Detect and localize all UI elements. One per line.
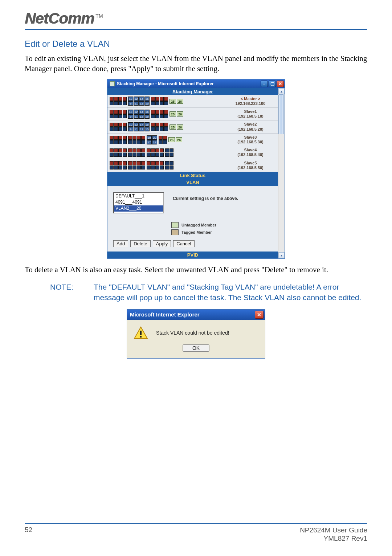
port-indicator[interactable] xyxy=(118,148,122,152)
port-indicator[interactable] xyxy=(128,140,132,144)
port-indicator[interactable] xyxy=(163,136,167,140)
port-indicator[interactable] xyxy=(160,114,164,118)
port-indicator[interactable] xyxy=(118,127,122,131)
port-indicator[interactable] xyxy=(137,153,141,157)
vlan-option[interactable]: VLAN2___20 xyxy=(114,205,163,212)
link-status-band[interactable]: Link Status xyxy=(107,172,278,179)
port-indicator[interactable] xyxy=(163,140,167,144)
tag-port[interactable]: 25 xyxy=(168,137,175,142)
tag-port[interactable]: 25 xyxy=(170,124,176,130)
port-indicator[interactable] xyxy=(114,114,118,118)
port-indicator[interactable] xyxy=(114,165,118,169)
port-indicator[interactable] xyxy=(155,114,159,118)
port-indicator[interactable] xyxy=(151,148,155,152)
port-indicator[interactable] xyxy=(110,140,114,144)
port-indicator[interactable] xyxy=(159,136,163,140)
port-indicator[interactable] xyxy=(151,165,155,169)
scroll-down-icon[interactable]: ▾ xyxy=(278,252,285,258)
port-indicator[interactable] xyxy=(137,140,141,144)
port-indicator[interactable] xyxy=(164,97,168,101)
port-indicator[interactable] xyxy=(123,153,127,157)
port-indicator[interactable] xyxy=(165,165,169,169)
port-indicator[interactable] xyxy=(114,123,118,127)
port-indicator[interactable] xyxy=(147,165,151,169)
port-indicator[interactable] xyxy=(141,165,145,169)
port-indicator[interactable] xyxy=(123,161,127,165)
port-indicator[interactable] xyxy=(110,123,114,127)
scroll-up-icon[interactable]: ▴ xyxy=(278,88,285,94)
port-indicator[interactable] xyxy=(123,123,127,127)
port-indicator[interactable] xyxy=(123,110,127,114)
scroll-thumb[interactable] xyxy=(278,94,284,134)
port-indicator[interactable] xyxy=(141,161,145,165)
device-row[interactable]: 1012141691113152526 Slave2 (192.168.5.20… xyxy=(107,120,278,133)
port-indicator[interactable] xyxy=(110,127,114,131)
port-indicator[interactable] xyxy=(165,161,169,165)
minimize-button[interactable]: – xyxy=(261,81,268,87)
close-button[interactable]: ✕ xyxy=(277,81,284,87)
port-indicator[interactable] xyxy=(128,161,132,165)
vlan-band[interactable]: VLAN xyxy=(107,179,278,186)
port-indicator[interactable] xyxy=(151,101,155,105)
port-indicator[interactable] xyxy=(132,148,136,152)
port-indicator[interactable] xyxy=(151,114,155,118)
port-indicator[interactable] xyxy=(160,153,164,157)
port-indicator[interactable] xyxy=(118,165,122,169)
port-indicator[interactable] xyxy=(137,161,141,165)
tag-port[interactable]: 26 xyxy=(177,99,183,104)
vlan-option[interactable]: DEFAULT___1 xyxy=(114,193,163,199)
port-indicator[interactable] xyxy=(147,161,151,165)
port-indicator[interactable] xyxy=(164,110,168,114)
apply-button[interactable]: Apply xyxy=(153,240,171,247)
port-indicator[interactable] xyxy=(151,110,155,114)
port-indicator[interactable] xyxy=(137,148,141,152)
port-indicator[interactable] xyxy=(123,97,127,101)
device-row[interactable]: 1012141691113152526 Slave1 (192.168.5.10… xyxy=(107,108,278,120)
port-indicator[interactable] xyxy=(165,153,169,157)
port-indicator[interactable] xyxy=(170,161,173,165)
port-indicator[interactable] xyxy=(164,123,168,127)
tag-port[interactable]: 25 xyxy=(170,111,176,116)
tag-port[interactable]: 26 xyxy=(177,124,183,130)
port-indicator[interactable] xyxy=(155,148,159,152)
tag-port[interactable]: 25 xyxy=(170,99,176,104)
port-indicator[interactable] xyxy=(137,136,141,140)
vlan-list[interactable]: DEFAULT___14091___4091VLAN2___20 xyxy=(113,192,164,213)
port-indicator[interactable] xyxy=(110,165,114,169)
device-row[interactable]: 182017192526 Slave3 (192.168.5.30) xyxy=(107,134,278,146)
port-indicator[interactable] xyxy=(110,161,114,165)
port-indicator[interactable] xyxy=(114,148,118,152)
port-indicator[interactable] xyxy=(155,101,159,105)
port-indicator[interactable] xyxy=(155,153,159,157)
port-indicator[interactable] xyxy=(147,153,151,157)
port-indicator[interactable] xyxy=(151,97,155,101)
port-indicator[interactable] xyxy=(128,165,132,169)
port-indicator[interactable] xyxy=(118,140,122,144)
port-indicator[interactable] xyxy=(110,153,114,157)
port-indicator[interactable] xyxy=(160,127,164,131)
vlan-option[interactable]: 4091___4091 xyxy=(114,199,163,205)
port-indicator[interactable] xyxy=(110,136,114,140)
port-indicator[interactable] xyxy=(110,101,114,105)
port-indicator[interactable] xyxy=(164,101,168,105)
port-indicator[interactable] xyxy=(114,101,118,105)
port-indicator[interactable] xyxy=(159,140,163,144)
port-indicator[interactable] xyxy=(160,161,164,165)
port-indicator[interactable] xyxy=(110,114,114,118)
port-indicator[interactable] xyxy=(118,97,122,101)
port-indicator[interactable] xyxy=(114,127,118,131)
device-row[interactable]: 1012141691113152526 < Master > 192.168.2… xyxy=(107,95,278,108)
port-indicator[interactable] xyxy=(151,153,155,157)
port-indicator[interactable] xyxy=(118,114,122,118)
port-indicator[interactable] xyxy=(151,127,155,131)
port-indicator[interactable] xyxy=(155,97,159,101)
port-indicator[interactable] xyxy=(118,101,122,105)
port-indicator[interactable] xyxy=(132,161,136,165)
port-indicator[interactable] xyxy=(123,101,127,105)
tag-port[interactable]: 26 xyxy=(176,137,182,142)
port-indicator[interactable] xyxy=(132,136,136,140)
port-indicator[interactable] xyxy=(137,165,141,169)
port-indicator[interactable] xyxy=(160,110,164,114)
port-indicator[interactable] xyxy=(155,123,159,127)
vertical-scrollbar[interactable]: ▴ ▾ xyxy=(278,88,285,258)
